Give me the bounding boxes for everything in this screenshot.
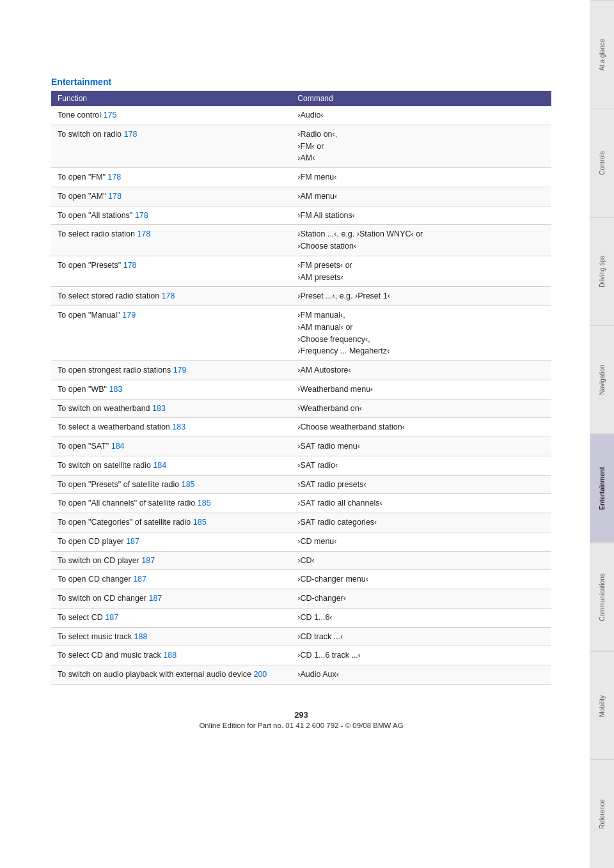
- command-cell: ›FM All stations‹: [291, 206, 551, 225]
- section-title: Entertainment: [51, 77, 551, 87]
- command-cell: ›Preset ...‹, e.g. ›Preset 1‹: [291, 287, 551, 306]
- sidebar-tab-navigation[interactable]: Navigation: [590, 325, 614, 434]
- sidebar-tab-communications[interactable]: Communications: [590, 543, 614, 651]
- table-row: To open "FM" 178›FM menu‹: [51, 168, 551, 187]
- command-cell: ›Station ...‹, e.g. ›Station WNYC‹ or ›C…: [291, 225, 551, 256]
- sidebar-tab-mobility[interactable]: Mobility: [590, 651, 614, 760]
- table-row: To open "Categories" of satellite radio …: [51, 513, 551, 532]
- command-cell: ›SAT radio presets‹: [291, 475, 551, 494]
- page-number: 293: [51, 710, 551, 720]
- sidebar-tab-at-a-glance[interactable]: At a glance: [590, 0, 614, 109]
- table-row: Tone control 175›Audio‹: [51, 106, 551, 125]
- function-cell: To open strongest radio stations 179: [51, 361, 291, 380]
- table-row: To switch on satellite radio 184›SAT rad…: [51, 456, 551, 475]
- command-cell: ›Audio Aux‹: [291, 665, 551, 685]
- function-cell: To open CD changer 187: [51, 570, 291, 589]
- function-cell: To select CD 187: [51, 608, 291, 627]
- command-cell: ›CD‹: [291, 551, 551, 570]
- function-cell: To open CD player 187: [51, 532, 291, 551]
- function-cell: To open "SAT" 184: [51, 437, 291, 456]
- table-row: To open "SAT" 184›SAT radio menu‹: [51, 437, 551, 456]
- command-cell: ›AM menu‹: [291, 187, 551, 206]
- table-row: To open "AM" 178›AM menu‹: [51, 187, 551, 206]
- table-row: To switch on radio 178›Radio on‹, ›FM‹ o…: [51, 125, 551, 167]
- sidebar-right: At a glanceControlsDriving tipsNavigatio…: [590, 0, 614, 868]
- table-row: To open "Manual" 179›FM manual‹, ›AM man…: [51, 306, 551, 361]
- function-cell: To select radio station 178: [51, 225, 291, 256]
- table-row: To select CD 187›CD 1...6‹: [51, 608, 551, 627]
- command-cell: ›CD-changer menu‹: [291, 570, 551, 589]
- command-cell: ›CD track ...‹: [291, 627, 551, 646]
- sidebar-tab-entertainment[interactable]: Entertainment: [590, 434, 614, 543]
- command-cell: ›Weatherband menu‹: [291, 380, 551, 399]
- command-cell: ›SAT radio categories‹: [291, 513, 551, 532]
- table-row: To open "Presets" of satellite radio 185…: [51, 475, 551, 494]
- function-cell: To open "AM" 178: [51, 187, 291, 206]
- page-footer: 293 Online Edition for Part no. 01 41 2 …: [51, 710, 551, 730]
- table-row: To open strongest radio stations 179›AM …: [51, 361, 551, 380]
- command-cell: ›SAT radio all channels‹: [291, 494, 551, 513]
- function-cell: To switch on audio playback with externa…: [51, 665, 291, 685]
- command-cell: ›AM Autostore‹: [291, 361, 551, 380]
- function-cell: Tone control 175: [51, 106, 291, 125]
- command-cell: ›Audio‹: [291, 106, 551, 125]
- function-cell: To switch on radio 178: [51, 125, 291, 167]
- function-cell: To select CD and music track 188: [51, 646, 291, 665]
- sidebar-tab-controls[interactable]: Controls: [590, 109, 614, 217]
- table-row: To switch on CD changer 187›CD-changer‹: [51, 589, 551, 608]
- command-cell: ›CD-changer‹: [291, 589, 551, 608]
- command-cell: ›FM presets‹ or ›AM presets‹: [291, 256, 551, 287]
- page-note: Online Edition for Part no. 01 41 2 600 …: [199, 722, 403, 729]
- command-cell: ›CD 1...6 track ...‹: [291, 646, 551, 665]
- function-cell: To switch on satellite radio 184: [51, 456, 291, 475]
- table-row: To open "All stations" 178›FM All statio…: [51, 206, 551, 225]
- function-cell: To open "FM" 178: [51, 168, 291, 187]
- command-cell: ›FM menu‹: [291, 168, 551, 187]
- col-command: Command: [291, 91, 551, 106]
- command-cell: ›CD 1...6‹: [291, 608, 551, 627]
- function-cell: To select music track 188: [51, 627, 291, 646]
- command-cell: ›FM manual‹, ›AM manual‹ or ›Choose freq…: [291, 306, 551, 361]
- function-cell: To open "WB" 183: [51, 380, 291, 399]
- table-row: To select radio station 178›Station ...‹…: [51, 225, 551, 256]
- function-cell: To select a weatherband station 183: [51, 418, 291, 437]
- function-cell: To switch on weatherband 183: [51, 399, 291, 418]
- table-row: To select stored radio station 178›Prese…: [51, 287, 551, 306]
- function-cell: To switch on CD changer 187: [51, 589, 291, 608]
- table-row: To open CD changer 187›CD-changer menu‹: [51, 570, 551, 589]
- table-row: To select music track 188›CD track ...‹: [51, 627, 551, 646]
- sidebar-tab-driving-tips[interactable]: Driving tips: [590, 217, 614, 326]
- col-function: Function: [51, 91, 291, 106]
- function-cell: To select stored radio station 178: [51, 287, 291, 306]
- command-cell: ›Radio on‹, ›FM‹ or ›AM‹: [291, 125, 551, 167]
- table-row: To switch on audio playback with externa…: [51, 665, 551, 685]
- main-content: Entertainment Function Command Tone cont…: [0, 0, 590, 868]
- command-cell: ›Weatherband on‹: [291, 399, 551, 418]
- sidebar-tab-reference[interactable]: Reference: [590, 759, 614, 868]
- function-cell: To open "All stations" 178: [51, 206, 291, 225]
- table-row: To switch on CD player 187›CD‹: [51, 551, 551, 570]
- table-row: To switch on weatherband 183›Weatherband…: [51, 399, 551, 418]
- page-wrapper: Entertainment Function Command Tone cont…: [0, 0, 614, 868]
- function-cell: To open "All channels" of satellite radi…: [51, 494, 291, 513]
- command-cell: ›Choose weatherband station‹: [291, 418, 551, 437]
- table-header-row: Function Command: [51, 91, 551, 106]
- function-cell: To open "Categories" of satellite radio …: [51, 513, 291, 532]
- table-row: To open "Presets" 178›FM presets‹ or ›AM…: [51, 256, 551, 287]
- function-cell: To open "Presets" 178: [51, 256, 291, 287]
- table-row: To select CD and music track 188›CD 1...…: [51, 646, 551, 665]
- function-cell: To switch on CD player 187: [51, 551, 291, 570]
- table-row: To open "WB" 183›Weatherband menu‹: [51, 380, 551, 399]
- entertainment-table: Function Command Tone control 175›Audio‹…: [51, 91, 551, 685]
- command-cell: ›SAT radio‹: [291, 456, 551, 475]
- function-cell: To open "Presets" of satellite radio 185: [51, 475, 291, 494]
- command-cell: ›CD menu‹: [291, 532, 551, 551]
- table-row: To open "All channels" of satellite radi…: [51, 494, 551, 513]
- table-row: To open CD player 187›CD menu‹: [51, 532, 551, 551]
- command-cell: ›SAT radio menu‹: [291, 437, 551, 456]
- table-row: To select a weatherband station 183›Choo…: [51, 418, 551, 437]
- function-cell: To open "Manual" 179: [51, 306, 291, 361]
